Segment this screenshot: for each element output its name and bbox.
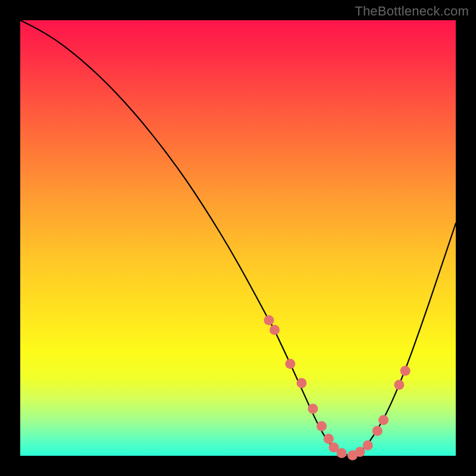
- curve-marker: [394, 380, 404, 390]
- curve-marker: [264, 315, 274, 325]
- curve-marker: [355, 447, 365, 457]
- curve-marker: [378, 415, 389, 425]
- curve-marker: [285, 359, 295, 369]
- bottleneck-curve: [20, 20, 456, 455]
- curve-markers-group: [264, 315, 411, 461]
- curve-marker: [363, 440, 373, 450]
- curve-marker: [372, 426, 383, 436]
- curve-marker: [324, 434, 334, 444]
- curve-marker: [400, 366, 411, 376]
- curve-marker: [296, 378, 306, 388]
- chart-svg: [20, 20, 456, 456]
- curve-marker: [270, 325, 280, 335]
- curve-marker: [308, 403, 318, 414]
- watermark-text: TheBottleneck.com: [355, 4, 469, 19]
- curve-marker: [337, 448, 347, 458]
- chart-plot-area: [20, 20, 456, 456]
- curve-marker: [317, 421, 327, 431]
